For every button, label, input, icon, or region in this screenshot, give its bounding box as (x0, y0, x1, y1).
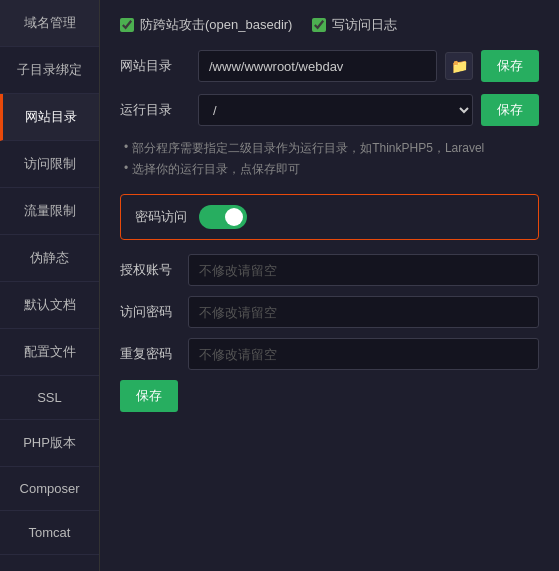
save-btn-row: 保存 (120, 380, 539, 412)
auth-password-row: 访问密码 (120, 296, 539, 328)
sidebar-item-access[interactable]: 访问限制 (0, 141, 99, 188)
auth-username-input[interactable] (188, 254, 539, 286)
hint-item-2: 选择你的运行目录，点保存即可 (124, 159, 539, 180)
sidebar-item-ssl[interactable]: SSL (0, 376, 99, 420)
folder-icon[interactable]: 📁 (445, 52, 473, 80)
site-dir-row: 网站目录 📁 保存 (120, 50, 539, 82)
sidebar-item-webdir[interactable]: 网站目录 (0, 94, 99, 141)
access-log-option[interactable]: 写访问日志 (312, 16, 397, 34)
open-basedir-option[interactable]: 防跨站攻击(open_basedir) (120, 16, 292, 34)
auth-repeat-input[interactable] (188, 338, 539, 370)
site-dir-label: 网站目录 (120, 57, 190, 75)
sidebar-item-traffic[interactable]: 流量限制 (0, 188, 99, 235)
sidebar-item-redirect[interactable]: 重定向 (0, 555, 99, 571)
sidebar-item-domain[interactable]: 域名管理 (0, 0, 99, 47)
password-header: 密码访问 (135, 205, 524, 229)
run-dir-row: 运行目录 / 保存 (120, 94, 539, 126)
password-label: 密码访问 (135, 208, 187, 226)
main-save-button[interactable]: 保存 (120, 380, 178, 412)
hint-item-1: 部分程序需要指定二级目录作为运行目录，如ThinkPHP5，Laravel (124, 138, 539, 159)
site-dir-input[interactable] (198, 50, 437, 82)
auth-repeat-label: 重复密码 (120, 345, 180, 363)
run-dir-label: 运行目录 (120, 101, 190, 119)
auth-username-label: 授权账号 (120, 261, 180, 279)
password-section: 密码访问 (120, 194, 539, 240)
sidebar-item-rewrite[interactable]: 伪静态 (0, 235, 99, 282)
run-dir-select[interactable]: / (198, 94, 473, 126)
main-content: 防跨站攻击(open_basedir) 写访问日志 网站目录 📁 保存 运行目录… (100, 0, 559, 571)
toggle-slider (199, 205, 247, 229)
open-basedir-checkbox[interactable] (120, 18, 134, 32)
sidebar-item-subdir[interactable]: 子目录绑定 (0, 47, 99, 94)
sidebar: 域名管理 子目录绑定 网站目录 访问限制 流量限制 伪静态 默认文档 配置文件 … (0, 0, 100, 571)
sidebar-item-config[interactable]: 配置文件 (0, 329, 99, 376)
sidebar-item-composer[interactable]: Composer (0, 467, 99, 511)
auth-password-input[interactable] (188, 296, 539, 328)
auth-username-row: 授权账号 (120, 254, 539, 286)
access-log-checkbox[interactable] (312, 18, 326, 32)
auth-password-label: 访问密码 (120, 303, 180, 321)
sidebar-item-php[interactable]: PHP版本 (0, 420, 99, 467)
password-toggle[interactable] (199, 205, 247, 229)
auth-fields: 授权账号 访问密码 重复密码 (120, 254, 539, 370)
hint-list: 部分程序需要指定二级目录作为运行目录，如ThinkPHP5，Laravel 选择… (120, 138, 539, 180)
options-row: 防跨站攻击(open_basedir) 写访问日志 (120, 16, 539, 34)
sidebar-item-tomcat[interactable]: Tomcat (0, 511, 99, 555)
run-dir-save-button[interactable]: 保存 (481, 94, 539, 126)
site-dir-save-button[interactable]: 保存 (481, 50, 539, 82)
sidebar-item-default-doc[interactable]: 默认文档 (0, 282, 99, 329)
auth-repeat-row: 重复密码 (120, 338, 539, 370)
